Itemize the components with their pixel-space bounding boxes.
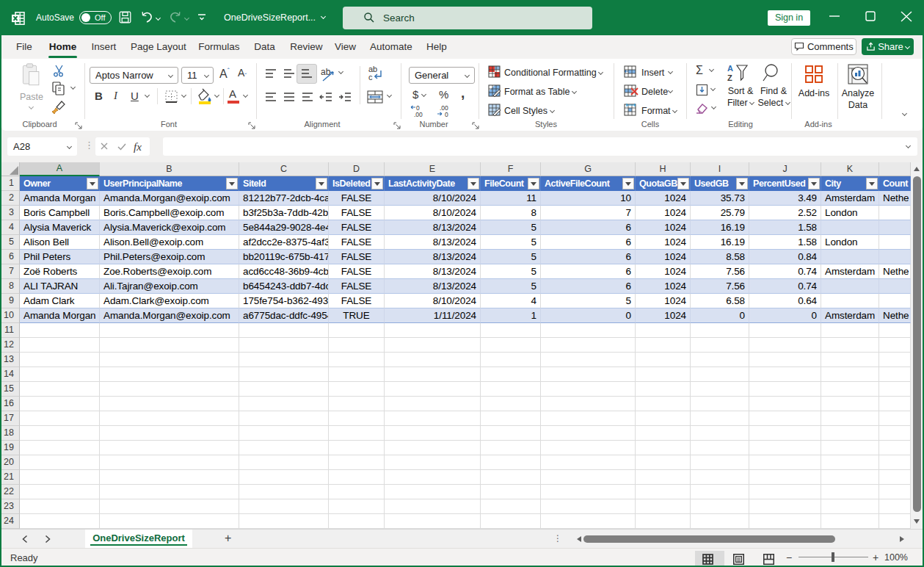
svg-text:.00: .00 [414,111,423,118]
svg-text:0: 0 [445,111,448,118]
svg-text:A: A [727,64,733,73]
svg-text:Z: Z [727,73,732,82]
svg-text:c: c [368,73,373,82]
svg-text:fx: fx [134,141,142,153]
